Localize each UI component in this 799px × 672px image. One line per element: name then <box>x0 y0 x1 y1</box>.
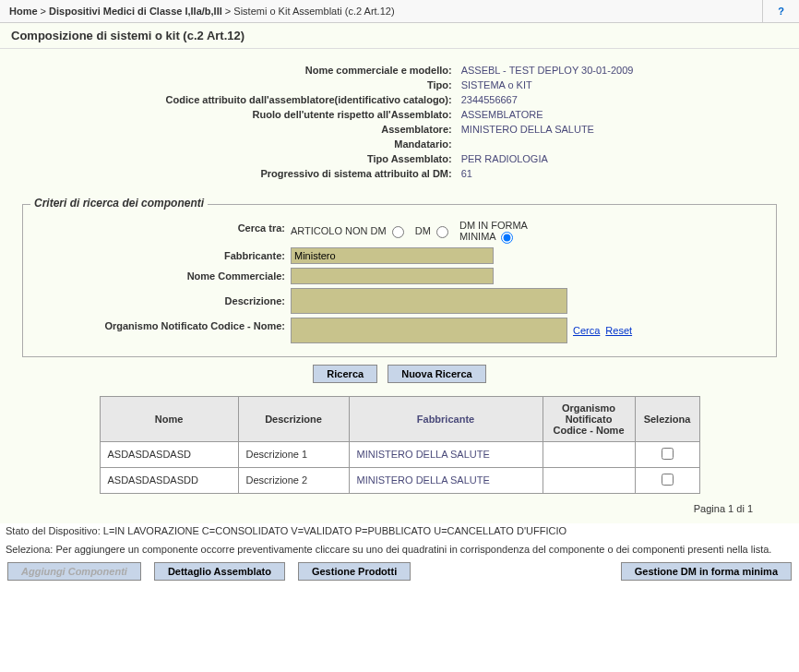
dettaglio-assemblato-button[interactable]: Dettaglio Assemblato <box>154 562 285 581</box>
radio-label-dm: DM <box>415 225 448 238</box>
cell-organismo <box>543 467 635 493</box>
header-seleziona: Seleziona <box>635 396 699 441</box>
label-fabbricante: Fabbricante: <box>32 247 291 261</box>
cell-fabbricante: MINISTERO DELLA SALUTE <box>349 441 543 467</box>
descrizione-textarea[interactable] <box>291 288 567 314</box>
radio-label-articolo-non-dm: ARTICOLO NON DM <box>291 225 404 238</box>
value-assemblatore: MINISTERO DELLA SALUTE <box>458 123 638 136</box>
status-legend: Stato del Dispositivo: L=IN LAVORAZIONE … <box>0 523 799 538</box>
reset-link[interactable]: Reset <box>605 325 632 336</box>
help-text: Seleziona: Per aggiungere un componente … <box>0 538 799 560</box>
breadcrumb-current: Sistemi o Kit Assemblati (c.2 Art.12) <box>233 6 394 17</box>
results-table: Nome Descrizione Fabbricante Organismo N… <box>100 396 700 494</box>
value-mandatario <box>458 138 638 150</box>
label-cerca-tra: Cerca tra: <box>32 220 291 234</box>
table-row: ASDASDASDASDDescrizione 1MINISTERO DELLA… <box>100 441 699 467</box>
cell-organismo <box>543 441 635 467</box>
search-criteria-box: Criteri di ricerca dei componenti Cerca … <box>22 204 777 357</box>
header-organismo: Organismo Notificato Codice - Nome <box>543 396 635 441</box>
nuova-ricerca-button[interactable]: Nuova Ricerca <box>388 365 485 383</box>
label-descrizione: Descrizione: <box>32 288 291 306</box>
pager: Pagina 1 di 1 <box>18 494 781 523</box>
select-checkbox[interactable] <box>662 474 674 486</box>
page-title: Composizione di sistemi o kit (c.2 Art.1… <box>0 23 799 49</box>
label-assemblatore: Assemblatore: <box>162 123 456 136</box>
ricerca-button[interactable]: Ricerca <box>313 365 377 383</box>
value-codice: 2344556667 <box>458 93 638 106</box>
value-progressivo: 61 <box>458 167 638 180</box>
label-nome-commerciale: Nome commerciale e modello: <box>162 64 456 77</box>
label-codice: Codice attribuito dall'assemblatore(iden… <box>162 93 456 106</box>
details-table: Nome commerciale e modello:ASSEBL - TEST… <box>161 62 639 182</box>
gestione-prodotti-button[interactable]: Gestione Prodotti <box>298 562 411 581</box>
gestione-dm-forma-minima-button[interactable]: Gestione DM in forma minima <box>621 562 792 581</box>
radio-articolo-non-dm[interactable] <box>392 226 404 238</box>
breadcrumb-home[interactable]: Home <box>9 6 38 17</box>
radio-dm[interactable] <box>436 226 448 238</box>
nome-commerciale-input[interactable] <box>291 268 494 284</box>
cell-descrizione: Descrizione 1 <box>238 441 349 467</box>
fabbricante-input[interactable] <box>291 247 494 264</box>
search-legend: Criteri di ricerca dei componenti <box>30 197 208 210</box>
label-progressivo: Progressivo di sistema attribuito al DM: <box>162 167 456 180</box>
cerca-link[interactable]: Cerca <box>573 325 600 336</box>
table-row: ASDASDASDASDDDescrizione 2MINISTERO DELL… <box>100 467 699 493</box>
cell-fabbricante: MINISTERO DELLA SALUTE <box>349 467 543 493</box>
value-tipo: SISTEMA o KIT <box>458 78 638 91</box>
label-mandatario: Mandatario: <box>162 138 456 150</box>
label-tipo: Tipo: <box>162 78 456 91</box>
organismo-textarea[interactable] <box>291 318 567 343</box>
value-tipo-assemblato: PER RADIOLOGIA <box>458 152 638 165</box>
cell-nome: ASDASDASDASDD <box>100 467 238 493</box>
cell-nome: ASDASDASDASD <box>100 441 238 467</box>
header-descrizione: Descrizione <box>238 396 349 441</box>
select-checkbox[interactable] <box>662 448 674 460</box>
radio-dm-forma-minima[interactable] <box>501 232 513 244</box>
label-organismo: Organismo Notificato Codice - Nome: <box>32 318 291 331</box>
breadcrumb: Home > Dispositivi Medici di Classe I,II… <box>0 0 762 22</box>
label-tipo-assemblato: Tipo Assemblato: <box>162 152 456 165</box>
label-ruolo: Ruolo dell'utente rispetto all'Assemblat… <box>162 108 456 121</box>
aggiungi-componenti-button: Aggiungi Componenti <box>7 562 141 581</box>
radio-label-dm-forma-minima: DM IN FORMA MINIMA <box>459 220 561 244</box>
label-nome-commerciale-search: Nome Commerciale: <box>32 268 291 282</box>
header-fabbricante: Fabbricante <box>349 396 543 441</box>
value-nome-commerciale: ASSEBL - TEST DEPLOY 30-01-2009 <box>458 64 638 77</box>
cell-descrizione: Descrizione 2 <box>238 467 349 493</box>
value-ruolo: ASSEMBLATORE <box>458 108 638 121</box>
breadcrumb-level1[interactable]: Dispositivi Medici di Classe I,IIa/b,III <box>49 6 222 17</box>
header-nome: Nome <box>100 396 238 441</box>
help-icon[interactable]: ? <box>762 0 799 22</box>
